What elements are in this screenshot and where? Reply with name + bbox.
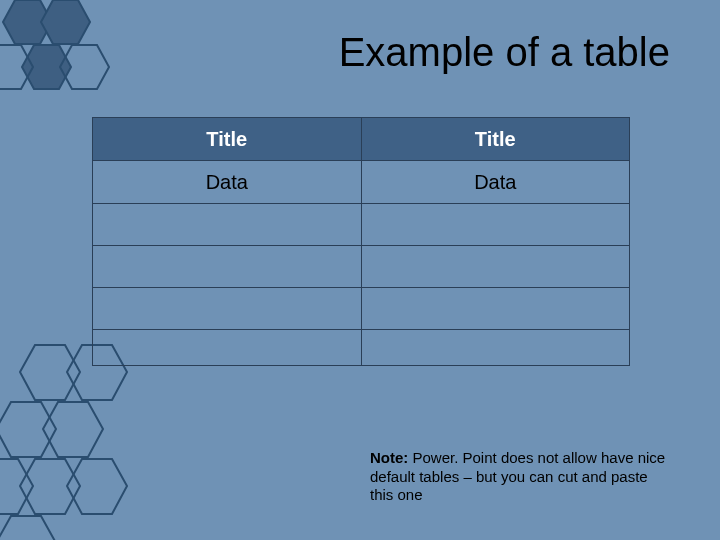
table-cell [361,204,630,246]
table-cell [361,246,630,288]
table-cell: Data [93,161,362,204]
svg-marker-10 [67,459,127,514]
table-row [93,204,630,246]
table-cell [93,246,362,288]
table-header-cell: Title [361,118,630,161]
table-cell [93,288,362,330]
svg-marker-11 [0,459,33,514]
table-cell [93,330,362,366]
table-header-cell: Title [93,118,362,161]
svg-marker-5 [20,345,80,400]
table-row [93,330,630,366]
note-body: Power. Point does not allow have nice de… [370,449,665,504]
table-cell [361,288,630,330]
svg-marker-8 [43,402,103,457]
table-header-row: Title Title [93,118,630,161]
table-cell [93,204,362,246]
svg-marker-4 [0,45,33,89]
table-cell: Data [361,161,630,204]
svg-marker-0 [3,0,52,44]
slide-title: Example of a table [339,30,670,75]
table-row [93,288,630,330]
hex-decor-top [0,0,125,120]
svg-marker-9 [20,459,80,514]
example-table: Title Title Data Data [92,117,630,366]
svg-marker-3 [60,45,109,89]
table-row: Data Data [93,161,630,204]
note-label: Note: [370,449,408,466]
table-row [93,246,630,288]
svg-marker-1 [41,0,90,44]
svg-marker-2 [22,45,71,89]
table-cell [361,330,630,366]
note-text: Note: Power. Point does not allow have n… [370,449,670,505]
svg-marker-12 [0,516,56,540]
svg-marker-7 [0,402,56,457]
